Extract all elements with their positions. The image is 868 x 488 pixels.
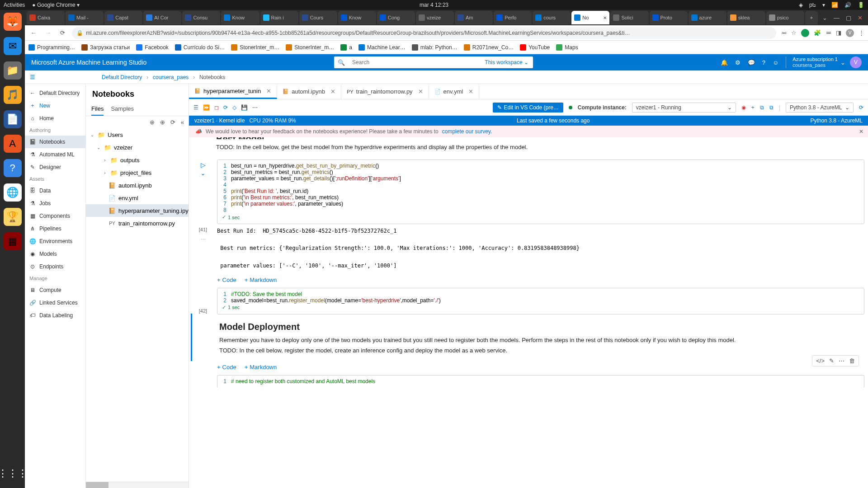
cell-more-icon[interactable]: ⋯ xyxy=(189,237,217,243)
tree-file-train[interactable]: PYtrain_raintomorrow.py xyxy=(86,217,189,230)
file-panel-hscroll[interactable] xyxy=(86,482,189,488)
activities-label[interactable]: Activities xyxy=(4,2,25,8)
code-cell-42[interactable]: 1#TODO: Save the best model 2saved_model… xyxy=(189,288,864,314)
add-folder-icon[interactable]: ⊕ xyxy=(160,119,165,126)
nav-jobs[interactable]: ⚗Jobs xyxy=(25,197,85,210)
clock[interactable]: mar 4 12:23 xyxy=(420,2,448,8)
tree-folder-users[interactable]: ⌄📁Users xyxy=(86,128,189,141)
dock-apps-grid[interactable]: ⋮⋮⋮ xyxy=(4,465,22,483)
add-code-button[interactable]: + Code xyxy=(217,277,236,283)
notifications-icon[interactable]: 🔔 xyxy=(721,59,728,66)
clear-icon[interactable]: ◇ xyxy=(232,104,236,111)
markdown-cell[interactable]: Best Model TODO: In the cell below, get … xyxy=(189,137,868,158)
browser-tab[interactable]: Perfo xyxy=(494,11,532,24)
nav-labeling[interactable]: 🏷Data Labeling xyxy=(25,309,85,322)
nav-data[interactable]: 🗄Data xyxy=(25,184,85,197)
dock-files[interactable]: 📁 xyxy=(4,61,22,80)
compute-add-icon[interactable]: + xyxy=(751,104,755,111)
nav-home[interactable]: ⌂Home xyxy=(25,112,85,125)
tree-file-automl[interactable]: 📔automl.ipynb xyxy=(86,179,189,192)
sidepanel-icon[interactable]: ◨ xyxy=(836,29,841,36)
window-close-icon[interactable]: ✕ xyxy=(858,14,863,21)
tab-close-icon[interactable]: ✕ xyxy=(266,88,271,94)
smiley-icon[interactable]: ☺ xyxy=(773,59,778,66)
browser-tab[interactable]: Know xyxy=(221,11,259,24)
window-minimize-icon[interactable]: — xyxy=(834,14,840,21)
nav-endpoints[interactable]: ⊙Endpoints xyxy=(25,260,85,273)
new-tab-button[interactable]: + xyxy=(805,11,818,24)
chrome-menu-icon[interactable]: ⋮ xyxy=(859,29,864,36)
dock-thunderbird[interactable]: ✉ xyxy=(4,37,22,55)
dock-trophy[interactable]: 🏆 xyxy=(4,208,22,226)
edit-vscode-button[interactable]: ✎ Edit in VS Code (pre… xyxy=(493,103,563,113)
editor-tab[interactable]: 📄env.yml✕ xyxy=(429,84,480,99)
reading-list-icon[interactable]: ⩸ xyxy=(826,29,831,36)
restart-icon[interactable]: ⟳ xyxy=(223,104,228,111)
browser-tab[interactable]: Proto xyxy=(650,11,688,24)
save-icon[interactable]: 💾 xyxy=(241,104,248,111)
tab-samples[interactable]: Samples xyxy=(111,103,134,116)
browser-tab[interactable]: vzeize xyxy=(416,11,454,24)
browser-tab[interactable]: Caixa xyxy=(27,11,65,24)
share-icon[interactable]: ⫘ xyxy=(781,29,787,36)
collapse-cell-icon[interactable]: ⌄ xyxy=(200,169,206,177)
lang-indicator[interactable]: pt₂ xyxy=(809,2,816,8)
feedback-icon[interactable]: 💬 xyxy=(748,59,755,66)
cell-code-icon[interactable]: </> xyxy=(816,357,825,364)
wifi-icon[interactable]: 📶 xyxy=(831,2,838,8)
compute-stop-icon[interactable]: ◉ xyxy=(741,104,746,111)
tree-folder-user[interactable]: ⌄📁vzeizer xyxy=(86,141,189,154)
more-icon[interactable]: ⋯ xyxy=(252,104,258,111)
bookmark-item[interactable]: Programming… xyxy=(28,44,75,51)
bookmark-item[interactable]: a xyxy=(340,44,352,51)
azure-search-input[interactable] xyxy=(349,59,480,66)
nav-designer[interactable]: ✎Designer xyxy=(25,161,85,174)
dock-chrome[interactable]: 🌐 xyxy=(4,183,22,202)
browser-tab[interactable]: Rain i xyxy=(260,11,298,24)
cell-delete-icon[interactable]: 🗑 xyxy=(849,357,855,364)
add-markdown-button[interactable]: + Markdown xyxy=(245,364,277,371)
bookmark-item[interactable]: StonerInter_m… xyxy=(231,44,279,51)
tree-file-envyml[interactable]: 📄env.yml xyxy=(86,192,189,204)
menu-icon[interactable]: ☰ xyxy=(193,104,198,111)
tree-folder-outputs[interactable]: ›📁outputs xyxy=(86,154,189,166)
bookmark-item[interactable]: YouTube xyxy=(520,44,550,51)
nav-environments[interactable]: 🌐Environments xyxy=(25,235,85,248)
user-avatar[interactable]: V xyxy=(850,56,862,68)
dock-software[interactable]: A xyxy=(4,135,22,153)
back-button[interactable]: ← xyxy=(28,28,38,38)
feedback-link[interactable]: complete our survey. xyxy=(442,128,492,135)
workspace-scope-dropdown[interactable]: This workspace ⌄ xyxy=(480,59,533,66)
terminal-icon[interactable]: ⧉ xyxy=(760,104,764,111)
code-cell-next[interactable]: 1# need to register both customized and … xyxy=(189,375,864,387)
compute-dropdown[interactable]: vzeizer1 - Running ⌄ xyxy=(632,103,736,113)
browser-tab[interactable]: azure xyxy=(689,11,726,24)
bookmark-star-icon[interactable]: ☆ xyxy=(791,29,797,36)
breadcrumb-item[interactable]: Default Directory xyxy=(99,74,145,80)
run-cell-icon[interactable]: ▷ xyxy=(201,161,206,169)
volume-icon[interactable]: 🔊 xyxy=(844,2,851,8)
browser-tab[interactable]: Mail - xyxy=(66,11,104,24)
popout-icon[interactable]: ⧉ xyxy=(769,104,774,111)
kernel-dropdown[interactable]: Python 3.8 - AzureML ⌄ xyxy=(786,103,854,113)
add-markdown-button[interactable]: + Markdown xyxy=(245,277,277,283)
nav-new[interactable]: +New xyxy=(25,99,85,112)
breadcrumb-item[interactable]: coursera_paes xyxy=(150,74,191,80)
network-icon[interactable]: ▾ xyxy=(822,2,825,8)
nav-components[interactable]: ▦Components xyxy=(25,210,85,222)
browser-tab[interactable]: psico xyxy=(766,11,804,24)
cell-edit-icon[interactable]: ✎ xyxy=(829,357,834,364)
bookmark-item[interactable]: Facebook xyxy=(136,44,169,51)
bookmark-item[interactable]: Загрузка статьи xyxy=(81,44,130,51)
tab-close-icon[interactable]: ✕ xyxy=(330,88,335,95)
window-maximize-icon[interactable]: ▢ xyxy=(846,14,851,21)
cell-more-icon[interactable]: ⋯ xyxy=(839,357,844,364)
current-app[interactable]: ● Google Chrome ▾ xyxy=(32,2,80,8)
nav-linked[interactable]: 🔗Linked Services xyxy=(25,296,85,309)
browser-tab[interactable]: No✕ xyxy=(571,11,609,24)
nav-models[interactable]: ◉Models xyxy=(25,248,85,260)
dock-firefox[interactable]: 🦊 xyxy=(4,13,22,31)
browser-tab[interactable]: AI Cor xyxy=(143,11,181,24)
extensions-icon[interactable]: 🧩 xyxy=(814,29,821,36)
add-code-button[interactable]: + Code xyxy=(217,364,236,371)
